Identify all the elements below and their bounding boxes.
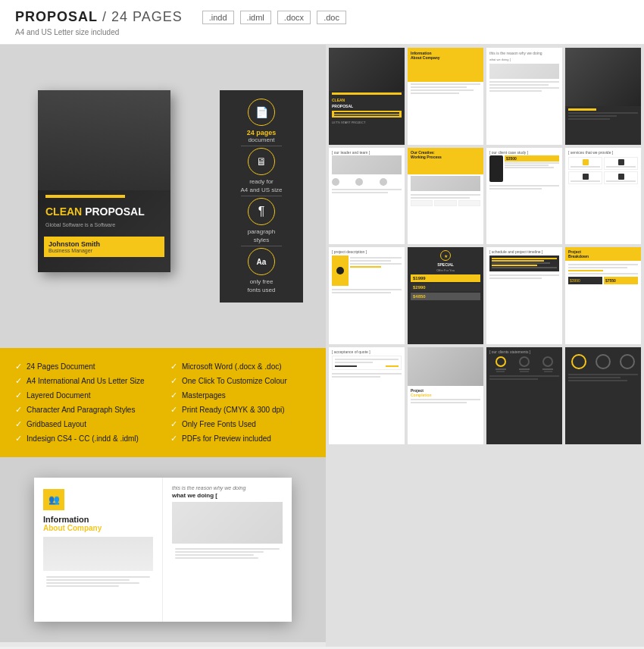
- thumb-special-offer[interactable]: ★ SPECIAL Offer For You $1999 $2990 $485…: [408, 247, 483, 344]
- check-icon-6: ✓: [15, 434, 22, 444]
- book-open: 👥 Information About Company this is the …: [34, 478, 292, 622]
- features-panel: 📄 24 pages document 🖥 ready forA4 and US…: [220, 90, 303, 303]
- thumb-info[interactable]: Information About Company: [408, 48, 483, 145]
- right-panel: CLEAN PROPOSAL LET'S START PROJECT Infor…: [326, 45, 644, 647]
- book-right-text: [172, 547, 283, 562]
- divider3: [241, 246, 282, 246]
- feature-item-3: ¶ paragraphstyles: [248, 198, 275, 244]
- book-city-img: [43, 537, 153, 571]
- left-panel: CLEAN PROPOSAL Global Software is a Soft…: [0, 45, 326, 647]
- cover-title-text: CLEAN PROPOSAL: [38, 202, 170, 221]
- book-logo: 👥: [43, 489, 64, 510]
- feature-right-4: ✓ Print Ready (CMYK & 300 dpi): [170, 405, 311, 415]
- check-icon-1: ✓: [15, 362, 22, 372]
- feature-right-6: ✓ PDFs for Preview included: [170, 434, 311, 444]
- font-icon: Aa: [248, 248, 275, 275]
- format-badges: .indd .idml .docx .doc: [202, 11, 346, 24]
- feature-right-3: ✓ Masterpages: [170, 390, 311, 400]
- thumb-schedule[interactable]: [ schedule and project timeline ]: [486, 247, 562, 344]
- check-icon-r2: ✓: [170, 376, 177, 386]
- thumb-extra-dark[interactable]: [565, 347, 641, 444]
- format-idml: .idml: [240, 11, 271, 24]
- thumb-description[interactable]: [ project description ]: [329, 247, 405, 344]
- thumb-working-process[interactable]: Our Creative: Working Process: [408, 148, 483, 245]
- feature-item-4: Aa only freefonts used: [248, 248, 276, 294]
- check-icon-2: ✓: [15, 376, 22, 386]
- thumb-services[interactable]: [ services that we provide ]: [565, 148, 641, 245]
- feature-right-5: ✓ Only Free Fonts Used: [170, 419, 311, 429]
- feature-item-1: 📄 24 pages document: [247, 99, 277, 144]
- format-doc: .doc: [317, 11, 346, 24]
- check-icon-r4: ✓: [170, 405, 177, 415]
- book-company: Information: [43, 515, 153, 524]
- screen-icon: 🖥: [248, 148, 275, 175]
- feature-left-2: ✓ A4 International And Us Letter Size: [15, 376, 155, 386]
- format-indd: .indd: [202, 11, 234, 24]
- cover-name: Johnston Smith: [48, 240, 160, 248]
- thumb-completion[interactable]: Project Completion: [408, 347, 483, 444]
- check-icon-5: ✓: [15, 419, 22, 429]
- paragraph-icon: ¶: [248, 198, 275, 225]
- thumb-project-breakdown[interactable]: Project Breakdown $3990 $7550: [565, 247, 641, 344]
- book-right-img: [172, 502, 283, 544]
- book-right-title: this is the reason why we doing: [172, 485, 283, 491]
- check-icon-3: ✓: [15, 390, 22, 400]
- page-title: PROPOSAL / 24 PAGES: [15, 9, 183, 25]
- book-left-page: 👥 Information About Company: [34, 478, 163, 622]
- header-top: PROPOSAL / 24 PAGES .indd .idml .docx .d…: [15, 9, 629, 25]
- divider: [241, 146, 282, 146]
- feature-left-4: ✓ Character And Paragraph Styles: [15, 405, 155, 415]
- check-icon-r1: ✓: [170, 362, 177, 372]
- feature-left-1: ✓ 24 Pages Document: [15, 362, 155, 372]
- divider2: [241, 196, 282, 196]
- cover-subtitle: Global Software is a Software: [38, 221, 170, 229]
- check-icon-r5: ✓: [170, 419, 177, 429]
- book-tagline: About Company: [43, 524, 153, 532]
- thumb-statements[interactable]: [ our clients statements ]: [486, 347, 562, 444]
- feature-left-5: ✓ Gridbased Layout: [15, 419, 155, 429]
- features-grid: ✓ 24 Pages Document ✓ Microsoft Word (.d…: [15, 362, 311, 444]
- feature-left-3: ✓ Layered Document: [15, 390, 155, 400]
- thumb-text-page[interactable]: this is the reason why we doing what we …: [486, 48, 562, 145]
- format-docx: .docx: [277, 11, 311, 24]
- cover-name-box: Johnston Smith Business Manager: [44, 237, 164, 257]
- header: PROPOSAL / 24 PAGES .indd .idml .docx .d…: [0, 0, 644, 45]
- feature-right-1: ✓ Microsoft Word (.docx & .doc): [170, 362, 311, 372]
- features-list: ✓ 24 Pages Document ✓ Microsoft Word (.d…: [0, 348, 326, 457]
- thumb-team-cover[interactable]: [565, 48, 641, 145]
- thumb-case-study[interactable]: [ our client case study ] $3500: [486, 148, 562, 245]
- thumb-acceptance[interactable]: [ acceptance of quote ]: [329, 347, 405, 444]
- subtitle: A4 and US Letter size included: [15, 28, 629, 36]
- cover-info: Business Manager: [48, 248, 160, 253]
- doc-icon: 📄: [248, 99, 275, 126]
- feature-item-2: 🖥 ready forA4 and US size: [240, 148, 282, 194]
- feature-left-6: ✓ Indesign CS4 - CC (.indd & .idml): [15, 434, 155, 444]
- check-icon-r6: ✓: [170, 434, 177, 444]
- cover-area: CLEAN PROPOSAL Global Software is a Soft…: [0, 45, 326, 348]
- check-icon-r3: ✓: [170, 390, 177, 400]
- cover-yellow-bar: [45, 195, 125, 198]
- book-right-sub: what we doing [: [172, 492, 283, 499]
- book-text: [43, 575, 153, 590]
- thumb-team[interactable]: [ our leader and team ]: [329, 148, 405, 245]
- bottom-mockup: 👥 Information About Company this is the …: [0, 457, 326, 642]
- cover-book: CLEAN PROPOSAL Global Software is a Soft…: [38, 90, 170, 272]
- check-icon-4: ✓: [15, 405, 22, 415]
- pages-grid: CLEAN PROPOSAL LET'S START PROJECT Infor…: [326, 45, 644, 647]
- thumb-dark-cover[interactable]: CLEAN PROPOSAL LET'S START PROJECT: [329, 48, 405, 145]
- main: CLEAN PROPOSAL Global Software is a Soft…: [0, 45, 644, 647]
- feature-right-2: ✓ One Click To Customize Colour: [170, 376, 311, 386]
- cover-book-inner: CLEAN PROPOSAL Global Software is a Soft…: [38, 90, 170, 272]
- cover-photo: [38, 90, 170, 190]
- book-right-page: this is the reason why we doing what we …: [163, 478, 292, 622]
